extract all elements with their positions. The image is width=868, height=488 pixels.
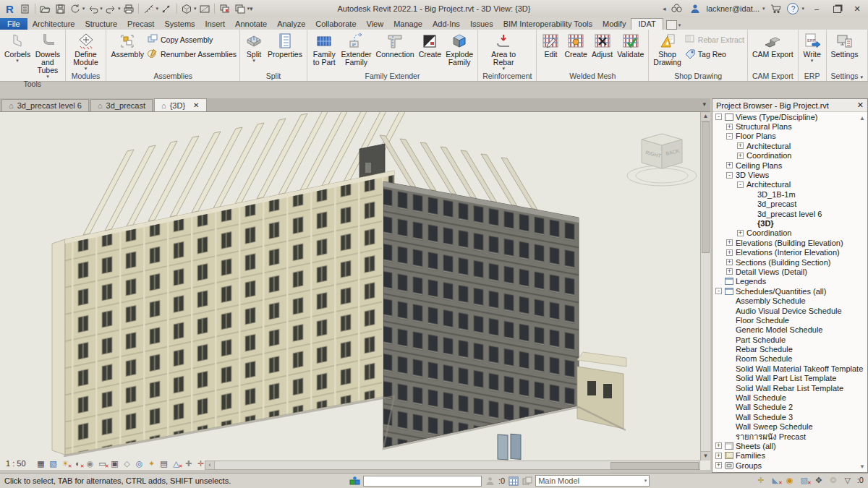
select-by-face-icon[interactable]: ▧✕ [799, 475, 809, 485]
mesh-adjust-button[interactable]: Adjust [590, 31, 614, 59]
tree-expander[interactable]: + [715, 453, 722, 459]
tab-bim-interoperability-tools[interactable]: BIM Interoperability Tools [498, 18, 597, 30]
collapse-arrow-icon[interactable]: ◂ [663, 5, 666, 12]
browser-item-wall-schedule-2[interactable]: Wall Schedule 2 [712, 403, 867, 412]
account-name[interactable]: lackner@idat... [706, 4, 760, 13]
mesh-edit-button[interactable]: Edit [540, 31, 561, 59]
tree-expander[interactable]: + [715, 462, 722, 468]
close-view-icon[interactable]: ✕ [193, 101, 199, 109]
tree-expander[interactable]: + [726, 162, 733, 168]
horizontal-scrollbar[interactable]: ‹ [205, 461, 700, 470]
browser-item-audio-visual-device-schedule[interactable]: Audio Visual Device Schedule [712, 306, 867, 315]
browser-item-3d-views[interactable]: - 3D Views [712, 170, 867, 179]
browser-item-ceiling-plans[interactable]: + Ceiling Plans [712, 160, 867, 170]
browser-item-precast-wall-list[interactable]: รายการผนัง Precast [712, 432, 867, 441]
visual-style-icon[interactable]: ▧ [48, 458, 59, 468]
dowels-and-tubes-button[interactable]: Dowels and Tubes ▾ [33, 31, 61, 80]
temp-view-properties-icon[interactable]: ▤ [159, 458, 169, 468]
scroll-left-icon[interactable]: ‹ [205, 461, 215, 469]
drawing-area[interactable]: RIGHT BACK 1 : 50 ▦▧☀✕◐✕◉▭✕▣◇◎✦▤△✕✚✛ ‹ ▲… [0, 111, 710, 470]
horizontal-scroll-thumb[interactable] [610, 462, 699, 470]
tree-expander[interactable]: + [737, 230, 744, 236]
browser-item-detail-views[interactable]: + Detail Views (Detail) [712, 267, 867, 276]
browser-item-elevations-interior[interactable]: + Elevations (Interior Elevation) [712, 247, 867, 257]
browser-item-view-3d-1b-1m[interactable]: 3D_1B-1m [712, 189, 867, 199]
cart-icon[interactable] [769, 2, 783, 15]
selection-gear-icon[interactable]: ❂ [828, 475, 838, 485]
tree-expander[interactable]: + [726, 249, 733, 256]
browser-item-rebar-schedule[interactable]: Rebar Schedule [712, 344, 867, 354]
browser-item-families[interactable]: + Families [712, 451, 867, 461]
split-button[interactable]: Split ▾ [243, 31, 265, 64]
detail-level-icon[interactable]: ▦ [36, 458, 46, 468]
default-3d-view-icon[interactable] [180, 2, 194, 15]
tree-expander[interactable]: + [726, 268, 733, 275]
browser-item-floor-plans-architectural[interactable]: + Architectural [712, 141, 867, 150]
browser-item-views[interactable]: - Views (Type/Discipline) [712, 112, 867, 121]
tag-reo-button[interactable]: Tag Reo [684, 48, 744, 60]
tree-expander[interactable]: - [737, 181, 744, 188]
panel-label-settings[interactable]: Settings ▾ [827, 72, 867, 81]
tab-modify[interactable]: Modify [597, 18, 631, 30]
browser-item-wall-schedule[interactable]: Wall Schedule [712, 393, 867, 402]
shadows-icon[interactable]: ◐✕ [73, 458, 83, 468]
undo-dropdown-icon[interactable]: ▾ [100, 6, 103, 12]
properties-button[interactable]: Properties [266, 31, 304, 59]
vertical-scroll-thumb[interactable] [702, 121, 710, 253]
tab-systems[interactable]: Systems [159, 18, 200, 30]
measure-icon[interactable] [142, 2, 156, 15]
browser-item-groups[interactable]: + Groups [712, 461, 867, 470]
create-family-button[interactable]: Create [417, 31, 443, 59]
browser-scroll-up-icon[interactable]: ▲ [859, 115, 865, 121]
tab-analyze[interactable]: Analyze [272, 18, 310, 30]
tree-expander[interactable]: + [737, 153, 744, 159]
browser-item-3d-views-architectural[interactable]: - Architectural [712, 180, 867, 189]
tab-idat[interactable]: IDAT [631, 18, 663, 30]
shop-drawing-button[interactable]: Shop Drawing [652, 31, 683, 67]
editable-only-icon[interactable] [508, 476, 519, 486]
measure-dropdown-icon[interactable]: ▾ [156, 6, 158, 12]
tab-precast[interactable]: Precast [122, 18, 159, 30]
close-button[interactable]: ✕ [849, 2, 865, 15]
account-dropdown-icon[interactable]: ▾ [762, 6, 765, 12]
design-option-select[interactable]: Main Model ▾ [535, 475, 650, 487]
browser-item-sections[interactable]: + Sections (Building Section) [712, 257, 867, 267]
scroll-up-icon[interactable]: ▲ [701, 112, 710, 121]
redo-dropdown-icon[interactable]: ▾ [118, 6, 121, 12]
crop-region-icon[interactable]: ▣ [110, 458, 120, 468]
tab-add-ins[interactable]: Add-Ins [427, 18, 465, 30]
tab-collaborate[interactable]: Collaborate [310, 18, 361, 30]
erp-write-button[interactable]: ERP Write ▾ [801, 31, 823, 64]
browser-item-floor-plans-coordination[interactable]: + Coordination [712, 151, 867, 160]
browser-item-view-3d-precast[interactable]: 3d_precast [712, 200, 867, 209]
tab-annotate[interactable]: Annotate [230, 18, 272, 30]
document-icon[interactable] [18, 2, 32, 15]
browser-item-part-schedule[interactable]: Part Schedule [712, 335, 867, 344]
tree-expander[interactable]: + [737, 142, 744, 149]
customize-qat-icon[interactable]: ▾ [250, 5, 253, 12]
select-links-icon[interactable]: ✛ [756, 475, 766, 485]
locked-3d-icon[interactable]: ◇ [122, 458, 132, 468]
browser-item-assembly-schedule[interactable]: Assembly Schedule [712, 296, 867, 305]
renumber-assemblies-button[interactable]: Renumber Assemblies [147, 48, 237, 60]
view-tab-3d-precast-level-6[interactable]: ⌂ 3d_precast level 6 ✕ [1, 99, 89, 111]
browser-item-3d-views-coordination[interactable]: + Coordination [712, 228, 867, 238]
browser-item-revit-links[interactable]: + Revit Links [712, 470, 867, 472]
open-icon[interactable] [38, 2, 52, 15]
help-dropdown-icon[interactable]: ▾ [801, 6, 804, 12]
sun-path-icon[interactable]: ☀✕ [61, 458, 71, 468]
browser-item-solid-wall-material-takeoff[interactable]: Solid Wall Material Takeoff Template [712, 364, 867, 373]
copy-assembly-button[interactable]: Copy Assembly [147, 33, 237, 46]
undo-icon[interactable] [86, 2, 100, 15]
connection-button[interactable]: Connection [375, 31, 416, 59]
constraints-icon[interactable]: ✛ [196, 458, 206, 468]
tab-structure[interactable]: Structure [80, 18, 122, 30]
minimize-button[interactable]: – [809, 2, 825, 15]
reveal-hidden-icon[interactable]: ✦ [147, 458, 157, 468]
browser-item-view-3d[interactable]: {3D} [712, 218, 867, 228]
help-icon[interactable]: ? [787, 3, 799, 14]
search-icon[interactable] [670, 2, 684, 15]
tree-expander[interactable]: - [715, 114, 722, 120]
drag-on-selection-icon[interactable]: ✥ [814, 475, 824, 485]
cam-export-button[interactable]: CAM Export [751, 31, 795, 59]
